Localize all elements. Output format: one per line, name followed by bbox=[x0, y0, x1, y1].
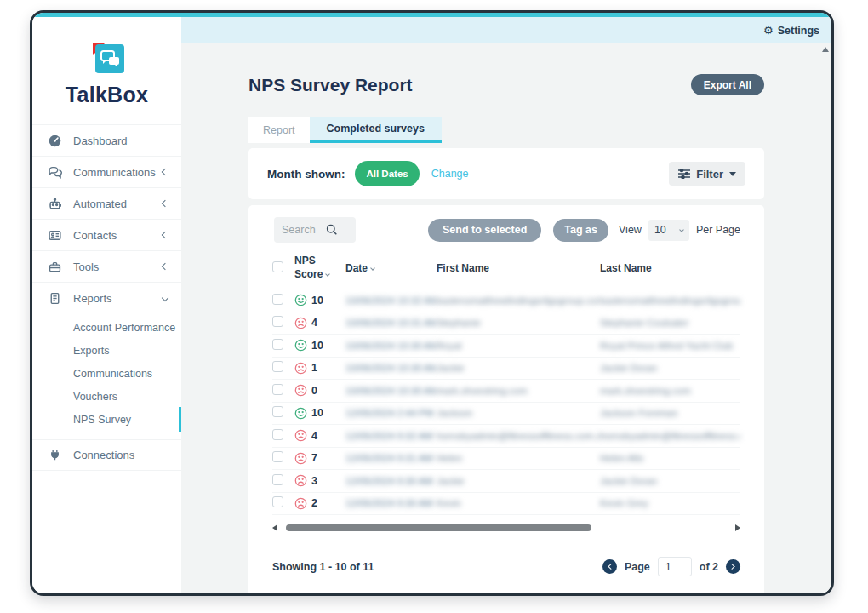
column-header-date[interactable]: Date bbox=[345, 262, 437, 274]
table-row[interactable]: 10 12/05/2024 2:44 PM Jackson Jackson Fo… bbox=[272, 403, 740, 426]
sidebar-subitem-vouchers[interactable]: Vouchers bbox=[32, 385, 181, 408]
row-checkbox[interactable] bbox=[272, 294, 283, 305]
sidebar-item-label: Contacts bbox=[73, 229, 163, 242]
sidebar-item-contacts[interactable]: Contacts bbox=[32, 219, 181, 250]
table-row[interactable]: 2 12/05/2024 9:30 AM Kevin Kevin Grey bbox=[272, 493, 740, 516]
select-all-checkbox[interactable] bbox=[272, 261, 283, 272]
pagination-row: Showing 1 - 10 of 11 Page of 2 bbox=[272, 557, 740, 576]
tab-completed-surveys[interactable]: Completed surveys bbox=[310, 117, 442, 143]
filter-label: Filter bbox=[696, 168, 723, 180]
chat-bubbles-icon bbox=[48, 165, 62, 180]
row-first-name: Jackie bbox=[437, 476, 600, 486]
table-row[interactable]: 10 10/06/2024 10:30 AM Royal Royal Princ… bbox=[272, 335, 740, 358]
scrollbar-track[interactable] bbox=[285, 524, 728, 531]
per-page-value: 10 bbox=[654, 224, 666, 236]
row-checkbox[interactable] bbox=[272, 496, 283, 507]
table-row[interactable]: 0 10/06/2024 10:30 AM mark.shoestring.co… bbox=[272, 380, 740, 403]
row-checkbox[interactable] bbox=[272, 384, 283, 395]
row-last-name: hornsbyadmin@fitnessoffitness.com.au bbox=[600, 431, 740, 441]
score-face-icon bbox=[294, 362, 307, 375]
send-to-selected-button[interactable]: Send to selected bbox=[428, 219, 541, 242]
settings-button[interactable]: ⚙ Settings bbox=[763, 25, 819, 37]
change-link[interactable]: Change bbox=[431, 168, 469, 180]
sidebar-subitem-nps-survey[interactable]: NPS Survey bbox=[32, 408, 181, 431]
sidebar-subitem-account-performance[interactable]: Account Performance bbox=[32, 316, 181, 339]
sidebar-item-connections[interactable]: Connections bbox=[32, 439, 181, 471]
content-column: NPS Survey Report Export All Report Comp… bbox=[248, 43, 764, 596]
filter-button[interactable]: Filter bbox=[669, 162, 745, 186]
table-toolbar: Send to selected Tag as View 10 Per Page bbox=[272, 217, 740, 243]
row-last-name: Jackson Foreman bbox=[600, 408, 740, 418]
all-dates-pill[interactable]: All Dates bbox=[355, 161, 419, 186]
search-input[interactable] bbox=[282, 224, 326, 236]
row-checkbox[interactable] bbox=[272, 406, 283, 417]
sidebar-item-label: Connections bbox=[73, 449, 168, 461]
score-value: 10 bbox=[311, 339, 323, 352]
sidebar-item-automated[interactable]: Automated bbox=[32, 187, 181, 219]
next-page-button[interactable] bbox=[726, 559, 740, 574]
tab-report[interactable]: Report bbox=[248, 117, 310, 143]
contact-card-icon bbox=[48, 228, 62, 243]
export-all-button[interactable]: Export All bbox=[691, 74, 764, 95]
sidebar-subitem-label: Exports bbox=[73, 345, 109, 357]
row-last-name: Stephanie Coulsater bbox=[600, 318, 740, 328]
row-date: 12/05/2024 9:30 AM bbox=[345, 476, 437, 486]
row-checkbox[interactable] bbox=[272, 474, 283, 485]
score-value: 3 bbox=[311, 474, 317, 488]
plug-icon bbox=[48, 448, 62, 462]
scrollbar-thumb[interactable] bbox=[286, 524, 591, 531]
row-date: 10/06/2024 10:31 AM bbox=[345, 318, 437, 328]
row-last-name: Jackie Doran bbox=[600, 476, 740, 486]
sidebar-item-reports[interactable]: Reports bbox=[32, 282, 181, 313]
view-label: View bbox=[619, 224, 642, 236]
table-row[interactable]: 4 10/06/2024 10:31 AM Stephanie Stephani… bbox=[272, 312, 740, 335]
row-first-name: Royal bbox=[437, 341, 600, 351]
scroll-left-arrow[interactable] bbox=[272, 524, 277, 531]
table-row[interactable]: 7 12/05/2024 9:31 AM Helen Helen Alls bbox=[272, 448, 740, 471]
score-face-icon bbox=[294, 497, 307, 510]
row-checkbox[interactable] bbox=[272, 361, 283, 372]
row-date: 10/06/2024 10:30 AM bbox=[345, 386, 437, 396]
score-value: 10 bbox=[311, 294, 323, 307]
sliders-icon bbox=[678, 169, 690, 179]
row-checkbox[interactable] bbox=[272, 316, 283, 327]
table-row[interactable]: 1 10/06/2024 10:30 AM Jackie Jackie Dora… bbox=[272, 358, 740, 381]
row-date: 12/05/2024 9:31 AM bbox=[345, 453, 437, 463]
sidebar-subitem-communications[interactable]: Communications bbox=[32, 362, 181, 385]
column-header-nps-score[interactable]: NPS Score bbox=[294, 255, 345, 281]
search-icon[interactable] bbox=[326, 224, 338, 236]
reports-submenu: Account Performance Exports Communicatio… bbox=[32, 313, 181, 439]
score-face-icon bbox=[294, 294, 307, 306]
page-number-input[interactable] bbox=[658, 557, 692, 576]
row-date: 12/05/2024 9:30 AM bbox=[345, 498, 437, 508]
gear-icon: ⚙ bbox=[763, 25, 774, 36]
sidebar-subitem-exports[interactable]: Exports bbox=[32, 339, 181, 362]
score-face-icon bbox=[294, 429, 307, 442]
vertical-scroll-up-arrow[interactable] bbox=[822, 47, 829, 52]
sidebar-item-tools[interactable]: Tools bbox=[32, 250, 181, 282]
app-window: ⚙ Settings TalkBox Dashboard bbox=[30, 10, 834, 596]
table-row[interactable]: 10 10/06/2024 10:32 AM kastensmatthewlin… bbox=[272, 289, 740, 312]
talkbox-logo-icon bbox=[88, 39, 127, 78]
score-value: 1 bbox=[311, 361, 317, 375]
table-row[interactable]: 4 12/05/2024 9:32 AM hornsbyadmin@fitnes… bbox=[272, 425, 740, 448]
chevron-left-icon bbox=[162, 169, 168, 175]
tag-as-button[interactable]: Tag as bbox=[553, 219, 608, 242]
sidebar-item-dashboard[interactable]: Dashboard bbox=[32, 124, 181, 156]
scroll-right-arrow[interactable] bbox=[735, 524, 740, 531]
chevron-left-icon bbox=[162, 200, 168, 207]
row-checkbox[interactable] bbox=[272, 339, 283, 350]
sidebar-item-communications[interactable]: Communications bbox=[32, 156, 181, 187]
row-first-name: mark.shoestring.com bbox=[437, 386, 600, 396]
main-area: NPS Survey Report Export All Report Comp… bbox=[181, 43, 831, 593]
chevron-right-icon bbox=[729, 564, 735, 570]
table-row[interactable]: 3 12/05/2024 9:30 AM Jackie Jackie Doran bbox=[272, 470, 740, 493]
app-header-bar: ⚙ Settings bbox=[181, 17, 831, 43]
horizontal-scrollbar bbox=[272, 523, 740, 533]
row-checkbox[interactable] bbox=[272, 451, 283, 462]
previous-page-button[interactable] bbox=[602, 559, 617, 574]
sidebar-subitem-label: Account Performance bbox=[73, 322, 175, 334]
per-page-select[interactable]: 10 bbox=[648, 220, 689, 241]
settings-label: Settings bbox=[778, 25, 819, 37]
row-checkbox[interactable] bbox=[272, 429, 283, 440]
